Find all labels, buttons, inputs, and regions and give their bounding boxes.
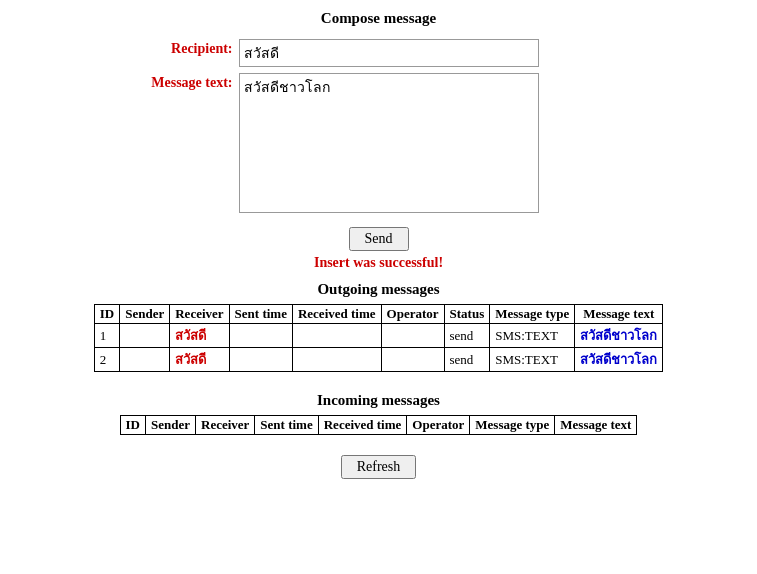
col-operator: Operator: [381, 305, 444, 324]
col-sent-time: Sent time: [229, 305, 292, 324]
success-message: Insert was successful!: [314, 255, 443, 271]
table-row: 1สวัสดีsendSMS:TEXTสวัสดีชาวโลก: [94, 324, 662, 348]
recipient-row: Recipient:: [129, 39, 629, 67]
cell-sender: [120, 324, 170, 348]
cell-receiver: สวัสดี: [170, 348, 229, 372]
cell-id: 2: [94, 348, 119, 372]
in-col-receiver: Receiver: [196, 416, 255, 435]
page-title: Compose message: [20, 10, 737, 27]
cell-receiver: สวัสดี: [170, 324, 229, 348]
cell-operator: [381, 324, 444, 348]
recipient-label: Recipient:: [129, 39, 239, 57]
cell-status: send: [444, 324, 490, 348]
col-received-time: Received time: [292, 305, 381, 324]
incoming-section: Incoming messages ID Sender Receiver Sen…: [20, 392, 737, 479]
compose-form: Recipient: Message text: สวัสดีชาวโลก: [20, 39, 737, 219]
col-message-text: Message text: [575, 305, 663, 324]
in-col-operator: Operator: [407, 416, 470, 435]
send-button[interactable]: Send: [349, 227, 409, 251]
in-col-received-time: Received time: [318, 416, 407, 435]
in-col-message-type: Message type: [470, 416, 555, 435]
outgoing-title: Outgoing messages: [20, 281, 737, 298]
in-col-sender: Sender: [146, 416, 196, 435]
col-id: ID: [94, 305, 119, 324]
cell-operator: [381, 348, 444, 372]
incoming-title: Incoming messages: [20, 392, 737, 409]
cell-id: 1: [94, 324, 119, 348]
message-label: Message text:: [129, 73, 239, 91]
message-row: Message text: สวัสดีชาวโลก: [129, 73, 629, 213]
incoming-table: ID Sender Receiver Sent time Received ti…: [120, 415, 638, 435]
col-receiver: Receiver: [170, 305, 229, 324]
cell-sent_time: [229, 324, 292, 348]
cell-message_text: สวัสดีชาวโลก: [575, 348, 663, 372]
col-message-type: Message type: [490, 305, 575, 324]
outgoing-table: ID Sender Receiver Sent time Received ti…: [94, 304, 663, 372]
incoming-table-container: ID Sender Receiver Sent time Received ti…: [20, 415, 737, 435]
cell-sent_time: [229, 348, 292, 372]
message-textarea[interactable]: สวัสดีชาวโลก: [239, 73, 539, 213]
in-col-message-text: Message text: [555, 416, 637, 435]
cell-message_type: SMS:TEXT: [490, 324, 575, 348]
table-row: 2สวัสดีsendSMS:TEXTสวัสดีชาวโลก: [94, 348, 662, 372]
incoming-header-row: ID Sender Receiver Sent time Received ti…: [120, 416, 637, 435]
outgoing-table-container: ID Sender Receiver Sent time Received ti…: [20, 304, 737, 372]
cell-sender: [120, 348, 170, 372]
outgoing-section: Outgoing messages ID Sender Receiver Sen…: [20, 281, 737, 372]
in-col-id: ID: [120, 416, 145, 435]
send-row: Send Insert was successful!: [20, 227, 737, 271]
cell-status: send: [444, 348, 490, 372]
outgoing-header-row: ID Sender Receiver Sent time Received ti…: [94, 305, 662, 324]
cell-received_time: [292, 348, 381, 372]
refresh-button[interactable]: Refresh: [341, 455, 417, 479]
refresh-row: Refresh: [20, 455, 737, 479]
in-col-sent-time: Sent time: [255, 416, 318, 435]
outgoing-tbody: 1สวัสดีsendSMS:TEXTสวัสดีชาวโลก2สวัสดีse…: [94, 324, 662, 372]
col-status: Status: [444, 305, 490, 324]
recipient-input[interactable]: [239, 39, 539, 67]
cell-received_time: [292, 324, 381, 348]
cell-message_text: สวัสดีชาวโลก: [575, 324, 663, 348]
cell-message_type: SMS:TEXT: [490, 348, 575, 372]
col-sender: Sender: [120, 305, 170, 324]
